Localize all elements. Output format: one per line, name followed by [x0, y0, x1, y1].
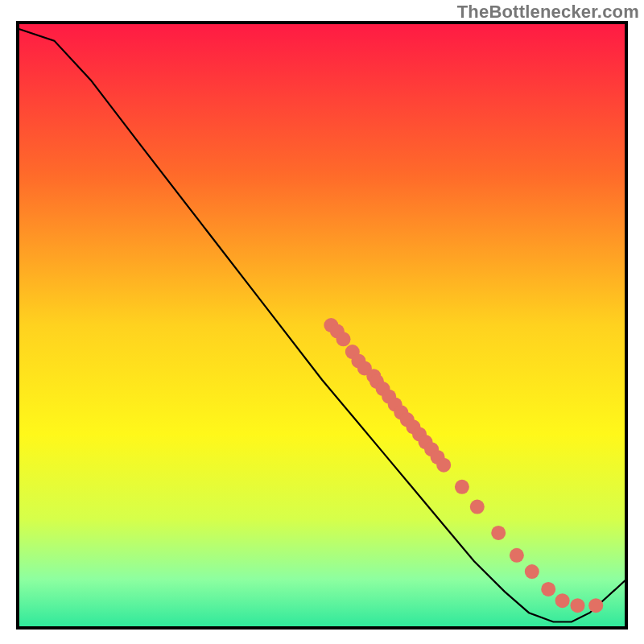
data-marker: [571, 598, 585, 613]
data-marker: [510, 548, 524, 563]
data-marker: [555, 593, 570, 608]
data-marker: [336, 332, 351, 346]
chart-frame: TheBottlenecker.com: [0, 0, 644, 644]
plot-background: [18, 23, 626, 628]
data-marker: [470, 500, 485, 514]
watermark-text: TheBottlenecker.com: [457, 2, 639, 23]
data-marker: [588, 598, 603, 613]
bottleneck-curve-chart: [0, 0, 644, 644]
data-marker: [541, 582, 555, 597]
data-marker: [491, 526, 506, 540]
data-marker: [436, 458, 451, 473]
data-marker: [455, 480, 469, 494]
data-marker: [525, 564, 539, 579]
